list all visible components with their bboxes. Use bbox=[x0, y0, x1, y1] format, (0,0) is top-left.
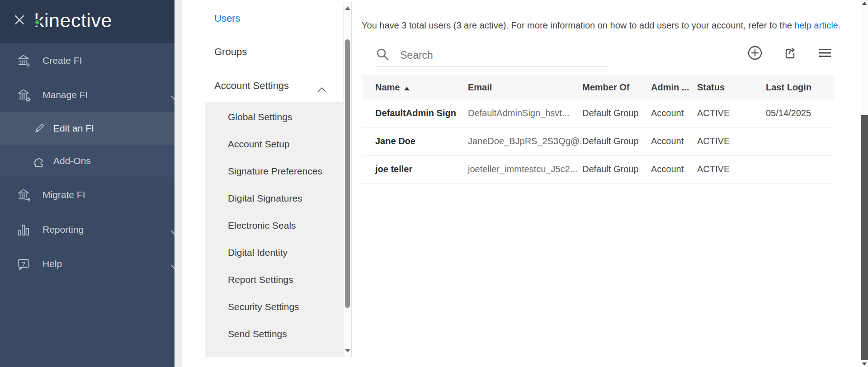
table-row[interactable]: joe teller joeteller_immtestcu_J5c2... D… bbox=[362, 155, 834, 184]
table-row[interactable]: DefaultAdmin Sign DefaultAdminSign_hsvt.… bbox=[362, 99, 834, 127]
submenu-item-signature-preferences[interactable]: Signature Preferences bbox=[205, 158, 343, 185]
help-article-link[interactable]: help article. bbox=[794, 20, 840, 30]
cell-status: ACTIVE bbox=[697, 127, 730, 155]
summary-text: You have 3 total users (3 are active). F… bbox=[362, 20, 792, 30]
sidebar-item-create-fi[interactable]: Create FI bbox=[0, 43, 191, 78]
column-header-member-of[interactable]: Member Of bbox=[582, 75, 629, 99]
kinective-logo: kinective bbox=[34, 9, 112, 32]
scroll-up-arrow-icon[interactable] bbox=[862, 2, 867, 5]
submenu-item-label: Security Settings bbox=[228, 301, 299, 312]
submenu-item-label: Signature Preferences bbox=[228, 166, 322, 177]
column-header-email[interactable]: Email bbox=[468, 75, 492, 99]
submenu-notch bbox=[317, 94, 335, 102]
share-export-icon bbox=[782, 45, 798, 62]
page-scrollbar[interactable] bbox=[861, 0, 868, 367]
panel-scrollbar-thumb[interactable] bbox=[345, 39, 350, 308]
cell-status: ACTIVE bbox=[697, 99, 730, 127]
submenu-item-label: Send Settings bbox=[228, 329, 287, 339]
column-header-name[interactable]: Name bbox=[375, 75, 410, 99]
submenu-item-report-settings[interactable]: Report Settings bbox=[205, 266, 343, 293]
menu-item-label: Groups bbox=[214, 46, 247, 58]
bank-gear-icon bbox=[16, 88, 31, 102]
add-user-button[interactable] bbox=[744, 42, 766, 64]
submenu-item-send-settings[interactable]: Send Settings bbox=[205, 320, 343, 348]
sidebar-item-help[interactable]: ? Help bbox=[0, 247, 191, 281]
cell-member-of: Default Group bbox=[582, 99, 639, 127]
logo-green-dot bbox=[35, 20, 39, 24]
cell-last-login: 05/14/2025 bbox=[766, 99, 811, 127]
search-input[interactable] bbox=[375, 44, 609, 67]
scroll-down-arrow-icon[interactable] bbox=[862, 362, 867, 366]
cell-admin: Account bbox=[651, 99, 684, 127]
add-plus-circle-icon bbox=[747, 45, 763, 62]
sidebar-item-label: Migrate FI bbox=[42, 189, 85, 200]
puzzle-icon bbox=[33, 154, 46, 168]
cell-admin: Account bbox=[651, 127, 684, 155]
submenu-item-electronic-seals[interactable]: Electronic Seals bbox=[205, 212, 343, 239]
cell-admin: Account bbox=[651, 155, 684, 183]
submenu-item-digital-signatures[interactable]: Digital Signatures bbox=[205, 185, 343, 212]
users-table: Name Email Member Of Admin ... Status La… bbox=[362, 75, 834, 184]
submenu-item-label: Report Settings bbox=[228, 274, 293, 285]
bank-plus-icon bbox=[16, 53, 31, 68]
pencil-icon bbox=[33, 122, 46, 135]
cell-name: Jane Doe bbox=[375, 127, 415, 155]
close-icon[interactable] bbox=[13, 14, 26, 27]
submenu-item-label: Digital Signatures bbox=[228, 193, 302, 204]
cell-status: ACTIVE bbox=[697, 155, 730, 183]
app-root: kinective Create FI bbox=[0, 0, 868, 367]
sidebar-item-migrate-fi[interactable]: Migrate FI bbox=[0, 177, 191, 212]
menu-item-label: Users bbox=[214, 13, 240, 24]
sidebar-gutter bbox=[175, 0, 182, 367]
chevron-up-icon bbox=[318, 83, 326, 95]
table-header-row: Name Email Member Of Admin ... Status La… bbox=[362, 75, 834, 99]
submenu-item-digital-identity[interactable]: Digital Identity bbox=[205, 239, 343, 266]
hamburger-menu-icon bbox=[817, 45, 833, 62]
sidebar: kinective Create FI bbox=[0, 0, 175, 367]
submenu-item-account-setup[interactable]: Account Setup bbox=[205, 131, 343, 158]
submenu-item-label: Account Setup bbox=[228, 139, 290, 150]
cell-email: JaneDoe_BJpRS_2S3Qg@... bbox=[468, 127, 587, 155]
panel-scrollbar[interactable] bbox=[343, 2, 351, 357]
submenu-item-global-settings[interactable]: Global Settings bbox=[205, 104, 343, 131]
help-bubble-icon: ? bbox=[16, 257, 31, 271]
secondary-nav-panel: Users Groups Account Settings Global Set… bbox=[182, 0, 352, 367]
cell-email: DefaultAdminSign_hsvt... bbox=[468, 99, 570, 127]
users-summary-text: You have 3 total users (3 are active). F… bbox=[362, 20, 840, 31]
submenu-item-label: Electronic Seals bbox=[228, 220, 296, 231]
sidebar-item-label: Edit an FI bbox=[53, 123, 94, 134]
menu-item-groups[interactable]: Groups bbox=[205, 34, 343, 70]
settings-menu: Users Groups Account Settings Global Set… bbox=[205, 2, 352, 357]
cell-name: DefaultAdmin Sign bbox=[375, 99, 456, 127]
menu-item-label: Account Settings bbox=[214, 80, 289, 92]
scroll-up-arrow-icon[interactable] bbox=[345, 6, 350, 10]
sort-ascending-icon bbox=[404, 87, 410, 90]
logo-text: kinective bbox=[34, 9, 112, 31]
page-scrollbar-thumb[interactable] bbox=[861, 115, 868, 360]
sidebar-item-manage-fi[interactable]: Manage FI bbox=[0, 78, 191, 112]
column-header-last-login[interactable]: Last Login bbox=[766, 75, 811, 99]
cell-name: joe teller bbox=[375, 155, 412, 183]
sidebar-item-label: Reporting bbox=[42, 224, 84, 235]
column-header-status[interactable]: Status bbox=[697, 75, 725, 99]
sidebar-item-label: Add-Ons bbox=[53, 155, 91, 166]
cell-member-of: Default Group bbox=[582, 127, 639, 155]
submenu-item-security-settings[interactable]: Security Settings bbox=[205, 293, 343, 320]
bar-chart-icon bbox=[16, 222, 31, 237]
bank-arrow-icon bbox=[16, 188, 31, 202]
menu-button[interactable] bbox=[814, 42, 836, 64]
cell-email: joeteller_immtestcu_J5c2... bbox=[468, 155, 577, 183]
menu-item-users[interactable]: Users bbox=[205, 2, 343, 35]
scroll-down-arrow-icon[interactable] bbox=[345, 349, 350, 353]
sidebar-item-label: Help bbox=[42, 259, 62, 269]
submenu-item-label: Global Settings bbox=[228, 112, 292, 122]
submenu-item-label: Digital Identity bbox=[228, 247, 288, 258]
cell-member-of: Default Group bbox=[582, 155, 639, 183]
main-content: You have 3 total users (3 are active). F… bbox=[352, 0, 861, 367]
account-settings-submenu: Global Settings Account Setup Signature … bbox=[205, 102, 343, 357]
table-row[interactable]: Jane Doe JaneDoe_BJpRS_2S3Qg@... Default… bbox=[362, 127, 834, 155]
sidebar-item-label: Create FI bbox=[42, 55, 82, 66]
column-header-admin[interactable]: Admin ... bbox=[651, 75, 689, 99]
sidebar-item-reporting[interactable]: Reporting bbox=[0, 212, 191, 247]
export-button[interactable] bbox=[779, 42, 801, 64]
